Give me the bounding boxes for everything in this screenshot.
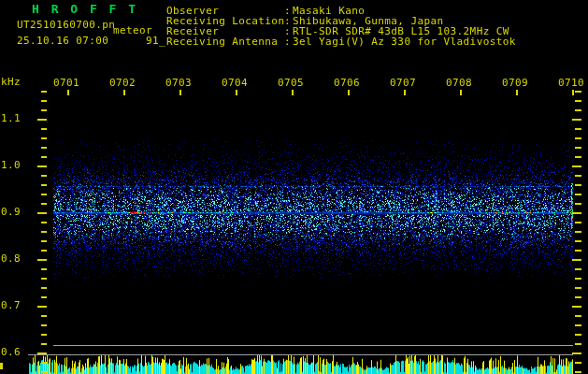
capture-filename: UT2510160700.pn [17, 20, 115, 30]
freq-tick-label: 1.0 [1, 160, 21, 170]
capture-datetime: 25.10.16 07:00 [17, 36, 108, 46]
freq-tick-label: 0.6 [1, 347, 21, 357]
freq-axis-unit: kHz [1, 77, 21, 87]
freq-tick-label: 0.9 [1, 207, 21, 217]
app-title: H R O F F T [32, 3, 138, 15]
time-tick-label: 0703 [164, 78, 194, 88]
time-tick-label: 0708 [444, 78, 474, 88]
time-tick-label: 0705 [276, 78, 306, 88]
time-tick-label: 0709 [500, 78, 530, 88]
elapsed-counter: 91_ [146, 36, 165, 46]
time-tick-label: 0704 [220, 78, 250, 88]
info-value-antenna: 3el Yagi(V) Az 330 for Vladivostok [293, 36, 516, 47]
spectrogram-canvas [0, 0, 588, 374]
freq-tick-label: 0.8 [1, 253, 21, 264]
info-colon: : [284, 36, 291, 47]
time-tick-label: 0701 [51, 78, 81, 88]
info-label-antenna: Receiving Antenna [166, 36, 278, 47]
time-tick-label: 0707 [388, 78, 418, 88]
freq-tick-label: 0.7 [1, 300, 21, 310]
time-tick-label: 0702 [108, 78, 137, 88]
time-tick-label: 0710 [556, 78, 586, 88]
time-tick-label: 0706 [332, 78, 362, 88]
hrofft-window: H R O F F T UT2510160700.pn meteor 25.10… [0, 0, 588, 374]
freq-tick-label: 1.1 [1, 113, 21, 123]
